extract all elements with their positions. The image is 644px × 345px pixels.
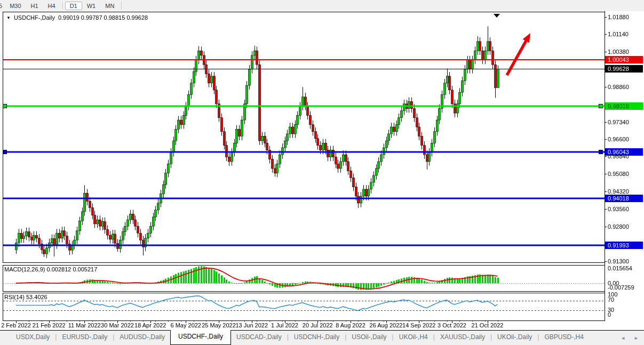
timeframe-button-mn[interactable]: MN — [100, 2, 119, 10]
date-axis-label: 13 Jun 2022 — [235, 322, 268, 328]
date-axis-label: 18 Apr 2022 — [134, 322, 166, 328]
date-axis-label: 1 Jul 2022 — [271, 322, 298, 328]
symbol-tab-usoil[interactable]: USOil-,Daily — [346, 331, 392, 345]
date-axis-label: 8 Aug 2022 — [336, 322, 365, 328]
tab-scroll-left-icon[interactable]: ◄ — [621, 335, 625, 341]
price-axis-label: 0.95080 — [608, 170, 629, 178]
date-axis-label: 11 Mar 2022 — [68, 322, 101, 328]
symbol-tab-usdcnh[interactable]: USDCNH-,Daily — [289, 331, 345, 345]
price-axis-label: 0.93560 — [608, 205, 629, 213]
symbol-tab-usdcad[interactable]: USDCAD-,Daily — [231, 331, 287, 345]
symbol-tab-xauusd[interactable]: XAUUSD-,Daily — [435, 331, 490, 345]
rsi-axis-label: 0 — [608, 311, 611, 318]
price-axis-label: 0.92800 — [608, 223, 629, 230]
date-axis-label: 2 Feb 2022 — [1, 322, 31, 328]
symbol-tab-usdchf[interactable]: USDCHF-,Daily — [170, 330, 231, 345]
timeframe-button-w1[interactable]: W1 — [82, 2, 101, 10]
price-axis-label: 0.98860 — [608, 83, 629, 91]
date-axis-label: 21 Oct 2022 — [472, 322, 504, 328]
date-axis-label: 20 Jul 2022 — [303, 322, 333, 328]
price-level-tag: 1.00043 — [605, 56, 643, 63]
timeframe-toolbar: 5M30H1H4D1W1MN — [0, 0, 644, 12]
price-axis-label: 1.01880 — [608, 13, 629, 21]
timeframe-button-m30[interactable]: M30 — [5, 2, 26, 10]
symbol-tab-gbpusd[interactable]: GBPUSD-,H4 — [539, 331, 589, 345]
price-level-tag: 0.91993 — [605, 242, 643, 249]
toolbar-separator — [121, 2, 122, 10]
price-axis-label: 0.91300 — [608, 258, 629, 265]
price-axis-label: 0.96600 — [608, 135, 629, 143]
chart-symbol-label: USDCHF-,Daily — [14, 14, 55, 21]
price-axis-label: 0.94320 — [608, 188, 629, 195]
timeframe-button-h1[interactable]: H1 — [26, 2, 43, 10]
price-level-tag: 0.94018 — [605, 195, 643, 202]
chart-title: ▼ USDCHF-,Daily 0.99019 0.99787 0.98815 … — [6, 14, 148, 21]
date-axis-label: 21 Feb 2022 — [33, 322, 66, 328]
timeframe-button-5[interactable]: 5 — [0, 2, 5, 10]
date-axis-label: 14 Sep 2022 — [402, 322, 435, 328]
date-axis-label: 25 May 2022 — [202, 322, 236, 328]
toolbar-separator — [62, 2, 63, 10]
date-axis-label: 26 Aug 2022 — [370, 322, 403, 328]
chart-ohlc-values: 0.99019 0.99787 0.98815 0.99628 — [58, 14, 148, 21]
date-axis-label: 6 May 2022 — [171, 322, 201, 328]
timeframe-button-h4[interactable]: H4 — [43, 2, 60, 10]
symbol-tab-ukoil[interactable]: UKOil-,H4 — [394, 331, 433, 345]
symbol-tab-eurusd[interactable]: EURUSD-,Daily — [57, 331, 113, 345]
chevron-down-icon: ▼ — [6, 15, 11, 20]
symbol-tab-usdx[interactable]: USDX,Daily — [11, 331, 55, 345]
price-level-tag: 0.98019 — [605, 102, 643, 110]
date-axis-label: 30 Mar 2022 — [101, 322, 134, 328]
macd-axis-label: -0.007259 — [608, 284, 634, 291]
symbol-tab-audusd[interactable]: AUDUSD-,Daily — [114, 331, 170, 345]
price-level-tag: 0.99628 — [605, 65, 643, 73]
price-axis-label: 0.97340 — [608, 118, 629, 126]
macd-axis-label: 0.015654 — [608, 264, 632, 272]
timeframe-button-d1[interactable]: D1 — [65, 2, 82, 10]
price-axis-label: 1.00380 — [608, 48, 629, 55]
price-level-tag: 0.96043 — [605, 148, 643, 156]
symbol-tab-ukoil[interactable]: UKOil-,Daily — [492, 331, 537, 345]
rsi-indicator-label: RSI(14) 53.4026 — [4, 294, 47, 300]
tab-scroll-arrows: ◄► — [621, 331, 639, 345]
chart-area: ▼ USDCHF-,Daily 0.99019 0.99787 0.98815 … — [0, 11, 644, 330]
rsi-axis-label: 70 — [608, 296, 614, 303]
symbol-tab-bar: USDX,Daily|EURUSD-,Daily|AUDUSD-,DailyUS… — [0, 330, 644, 345]
price-axis-label: 1.01140 — [608, 30, 629, 38]
price-chart-canvas[interactable] — [0, 11, 644, 330]
trading-terminal-window: 5M30H1H4D1W1MN ▼ USDCHF-,Daily 0.99019 0… — [0, 0, 644, 345]
macd-indicator-label: MACD(12,26,9) 0.002812 0.005217 — [4, 266, 97, 272]
date-axis-label: 3 Oct 2022 — [438, 322, 466, 328]
tab-scroll-right-icon[interactable]: ► — [634, 335, 639, 341]
